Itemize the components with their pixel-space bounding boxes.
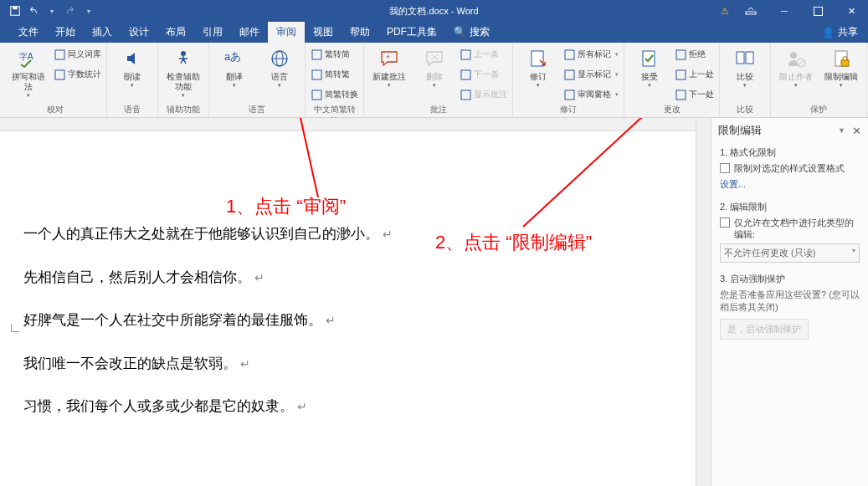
undo-icon[interactable] (27, 4, 40, 18)
svg-rect-26 (676, 50, 686, 59)
qat-customize-icon[interactable]: ▾ (82, 4, 95, 18)
paragraph[interactable]: 一个人的真正伟大之处就在于他能够认识到自己的渺小。↵ (23, 223, 696, 245)
ribbon-group-中文简繁转换: 繁转简简转繁简繁转换中文简繁转换 (306, 43, 364, 117)
fj-icon (311, 49, 322, 60)
annotation-2: 2、点击 “限制编辑” (435, 230, 592, 255)
menu-tab-帮助[interactable]: 帮助 (342, 22, 378, 43)
pane-section-2-title: 2. 编辑限制 (720, 201, 860, 213)
ribbon-btn-上一处[interactable]: 上一处 (675, 65, 714, 84)
ribbon-btn-翻译[interactable]: aあ翻译▾ (214, 45, 254, 89)
svg-line-33 (799, 60, 804, 65)
svg-rect-28 (676, 90, 686, 100)
paragraph[interactable]: 先相信自己，然后别人才会相信你。↵ (23, 267, 696, 289)
jf-icon (311, 69, 322, 80)
ribbon-btn-限制编辑[interactable]: 限制编辑▾ (821, 45, 861, 89)
ribbon-btn-修订[interactable]: 修订▾ (518, 45, 558, 89)
menu-tab-布局[interactable]: 布局 (157, 22, 194, 43)
document-scrollbar[interactable] (696, 118, 711, 486)
svg-rect-18 (461, 50, 470, 59)
ribbon-btn-阻止作者: 阻止作者▾ (776, 45, 816, 89)
group-label: 中文简繁转换 (311, 104, 358, 117)
menu-tab-开始[interactable]: 开始 (47, 22, 84, 43)
group-label: 比较 (725, 104, 765, 117)
paragraph[interactable]: 习惯，我们每个人或多或少都是它的奴隶。↵ (23, 396, 696, 417)
menu-tab-设计[interactable]: 设计 (121, 22, 157, 43)
ribbon-btn-上一条: 上一条 (460, 45, 507, 64)
svg-text:字A: 字A (19, 52, 33, 61)
group-label: 语音 (112, 104, 152, 117)
ribbon-btn-所有标记[interactable]: 所有标记▾ (563, 45, 619, 64)
menu-tab-PDF工具集[interactable]: PDF工具集 (378, 22, 445, 43)
accept-icon (638, 47, 661, 70)
menu-tab-引用[interactable]: 引用 (194, 22, 231, 43)
menu-tab-邮件[interactable]: 邮件 (231, 22, 268, 43)
maximize-button[interactable] (801, 0, 835, 22)
block-icon (784, 47, 808, 70)
ribbon-btn-字数统计[interactable]: 字数统计 (54, 65, 101, 84)
ribbon: 字A拼写和语法▾同义词库字数统计校对朗读▾语音检查辅助功能▾辅助功能aあ翻译▾语… (0, 43, 868, 118)
minimize-button[interactable]: ─ (768, 0, 801, 22)
edit-restrict-checkbox[interactable]: 仅允许在文档中进行此类型的编辑: (720, 217, 860, 240)
ribbon-btn-简转繁[interactable]: 简转繁 (311, 65, 358, 84)
svg-rect-13 (312, 70, 321, 79)
paragraph[interactable]: 我们唯一不会改正的缺点是软弱。↵ (23, 353, 696, 375)
qat-dropdown-icon[interactable]: ▾ (45, 4, 59, 18)
speak-icon (121, 47, 144, 70)
group-label: 辅助功能 (163, 104, 203, 117)
dd-icon (563, 89, 575, 100)
menu-tab-视图[interactable]: 视图 (305, 22, 342, 43)
menu-bar: 文件开始插入设计布局引用邮件审阅视图帮助PDF工具集🔍搜索👤共享 (0, 22, 868, 43)
ribbon-btn-语言[interactable]: 语言▾ (259, 45, 300, 89)
enforce-button[interactable]: 是，启动强制保护 (720, 319, 809, 340)
ribbon-btn-同义词库[interactable]: 同义词库 (54, 45, 101, 64)
edit-type-select[interactable]: 不允许任何更改 (只读)▾ (720, 243, 860, 263)
pane-close-icon[interactable]: ✕ (852, 125, 861, 137)
ribbon-btn-简繁转换[interactable]: 简繁转换 (311, 85, 358, 104)
menu-tab-审阅[interactable]: 审阅 (268, 22, 305, 43)
svg-rect-12 (312, 50, 321, 59)
ribbon-btn-下一处[interactable]: 下一处 (675, 85, 714, 104)
ribbon-group-语言: aあ翻译▾语言▾语言 (209, 43, 306, 117)
save-icon[interactable] (8, 4, 22, 18)
ribbon-btn-检查辅助功能[interactable]: 检查辅助功能▾ (163, 45, 203, 99)
translate-icon: aあ (223, 47, 246, 70)
svg-rect-23 (565, 70, 574, 79)
close-button[interactable]: ✕ (835, 0, 868, 22)
book-icon (54, 49, 65, 60)
prev-icon (460, 49, 471, 60)
ribbon-btn-拒绝[interactable]: 拒绝 (675, 45, 714, 64)
ribbon-btn-朗读[interactable]: 朗读▾ (112, 45, 152, 89)
count-icon (54, 69, 65, 80)
pane-section-3-title: 3. 启动强制保护 (720, 273, 860, 285)
ribbon-btn-审阅窗格[interactable]: 审阅窗格▾ (563, 85, 619, 104)
menu-tab-文件[interactable]: 文件 (10, 22, 47, 43)
redo-icon[interactable] (64, 4, 77, 18)
pane-menu-icon[interactable]: ▼ (838, 126, 845, 135)
ribbon-group-比较: 比较▾比较 (720, 43, 771, 117)
share-button[interactable]: 👤共享 (812, 25, 868, 39)
jfx-icon (311, 89, 322, 100)
ribbon-btn-繁转简[interactable]: 繁转简 (311, 45, 358, 64)
menu-tab-插入[interactable]: 插入 (84, 22, 121, 43)
svg-point-7 (181, 51, 186, 56)
svg-text:+: + (386, 53, 390, 61)
settings-link[interactable]: 设置... (720, 178, 746, 191)
ribbon-btn-接受[interactable]: 接受▾ (629, 45, 670, 89)
ribbon-group-更改: 接受▾拒绝上一处下一处更改 (624, 43, 720, 117)
ribbon-btn-拼写和语法[interactable]: 字A拼写和语法▾ (8, 45, 49, 99)
tell-me-search[interactable]: 🔍搜索 (445, 22, 498, 43)
paragraph[interactable]: 好脾气是一个人在社交中所能穿着的最佳服饰。↵ (23, 310, 696, 331)
ribbon-btn-新建批注[interactable]: +新建批注▾ (369, 45, 409, 89)
ribbon-group-修订: 修订▾所有标记▾显示标记▾审阅窗格▾修订 (513, 43, 624, 117)
edit-type-value: 不允许任何更改 (只读) (724, 247, 815, 259)
svg-rect-25 (643, 51, 655, 66)
title-bar: ▾ ▾ 我的文档.docx - Word ⚠ ─ ✕ (0, 0, 868, 22)
format-restrict-checkbox[interactable]: 限制对选定的样式设置格式 (720, 162, 860, 174)
ribbon-btn-显示标记[interactable]: 显示标记▾ (563, 65, 619, 84)
enforce-note: 您是否准备应用这些设置? (您可以稍后将其关闭) (720, 289, 860, 314)
document-area[interactable]: 一个人的真正伟大之处就在于他能够认识到自己的渺小。↵先相信自己，然后别人才会相信… (0, 118, 696, 486)
ribbon-btn-比较[interactable]: 比较▾ (725, 45, 765, 89)
warning-icon[interactable]: ⚠ (721, 6, 729, 17)
svg-text:aあ: aあ (224, 50, 241, 63)
ribbon-options-icon[interactable] (734, 0, 768, 22)
